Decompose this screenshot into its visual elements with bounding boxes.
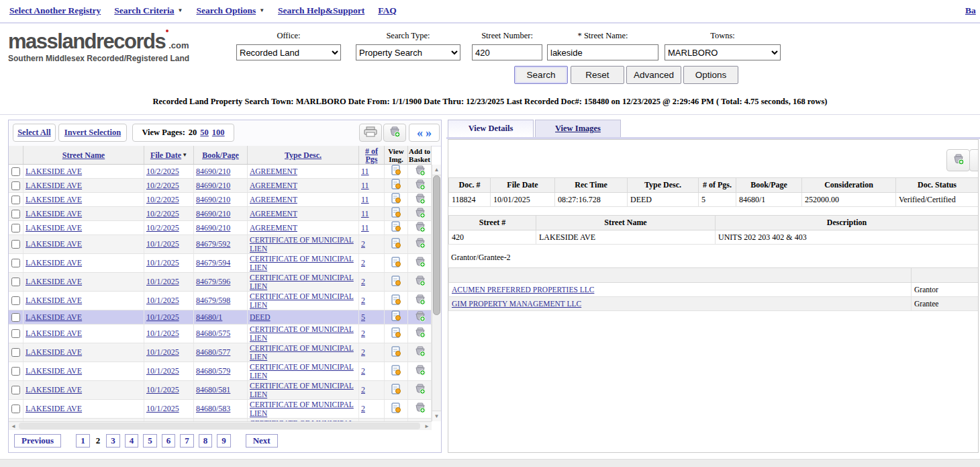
search-button[interactable]: Search: [514, 66, 568, 84]
header-book-page[interactable]: Book/Page: [194, 146, 248, 164]
basket-add-icon[interactable]: [414, 193, 426, 206]
basket-add-icon[interactable]: [414, 345, 426, 359]
horizontal-scrollbar-thumb[interactable]: [19, 423, 420, 429]
vertical-scrollbar-thumb[interactable]: [433, 175, 440, 315]
add-doc-to-basket-button[interactable]: [946, 149, 970, 171]
view-image-icon[interactable]: [391, 275, 401, 289]
basket-add-icon[interactable]: [414, 237, 426, 251]
row-checkbox[interactable]: [11, 348, 20, 357]
basket-add-icon[interactable]: [414, 256, 426, 270]
row-checkbox[interactable]: [11, 329, 20, 338]
row-checkbox[interactable]: [11, 296, 20, 305]
view-image-icon[interactable]: [391, 207, 401, 220]
row-basket-cell: [408, 179, 432, 192]
clipped-toolbar-button[interactable]: [969, 149, 979, 171]
select-all-button[interactable]: Select All: [13, 124, 56, 142]
view-image-icon[interactable]: [391, 346, 401, 359]
view-image-icon[interactable]: [391, 402, 401, 416]
nav-link-search-criteria[interactable]: Search Criteria▼: [114, 5, 183, 16]
options-button[interactable]: Options: [683, 66, 738, 84]
basket-add-icon[interactable]: [414, 327, 426, 341]
view-image-icon[interactable]: [391, 257, 401, 270]
previous-page-button[interactable]: Previous: [14, 434, 61, 448]
page-button-1[interactable]: 1: [76, 434, 90, 448]
row-checkbox[interactable]: [11, 278, 20, 286]
next-page-button[interactable]: Next: [246, 434, 278, 448]
towns-select[interactable]: MARLBORO: [665, 44, 781, 60]
basket-add-icon[interactable]: [414, 165, 426, 178]
basket-add-icon[interactable]: [414, 402, 426, 416]
add-page-to-basket-button[interactable]: [383, 124, 406, 142]
view-image-icon[interactable]: [391, 365, 401, 378]
row-checkbox[interactable]: [11, 224, 20, 232]
horizontal-scrollbar[interactable]: ◄ ►: [9, 421, 432, 430]
basket-add-icon[interactable]: [414, 207, 426, 220]
nav-link-faq[interactable]: FAQ: [378, 5, 397, 16]
page-button-8[interactable]: 8: [199, 434, 213, 448]
view-image-icon[interactable]: [391, 310, 401, 324]
invert-selection-button[interactable]: Invert Selection: [58, 124, 127, 142]
scroll-down-icon[interactable]: ▼: [432, 411, 441, 421]
advanced-button[interactable]: Advanced: [626, 66, 681, 84]
reset-button[interactable]: Reset: [571, 66, 624, 84]
row-checkbox[interactable]: [11, 386, 20, 394]
basket-add-icon[interactable]: [414, 275, 426, 289]
header-type-desc[interactable]: Type Desc.: [248, 146, 359, 164]
tab-view-details[interactable]: View Details: [448, 120, 534, 137]
page-button-9[interactable]: 9: [217, 434, 231, 448]
party-name-link[interactable]: GIM PROPERTY MANAGEMENT LLC: [452, 300, 581, 308]
header-num-pgs[interactable]: # of Pgs: [359, 146, 385, 164]
vertical-scrollbar[interactable]: ▲ ▼: [432, 165, 441, 421]
view-image-icon[interactable]: [391, 221, 401, 235]
view-image-icon[interactable]: [391, 165, 401, 178]
page-button-7[interactable]: 7: [180, 434, 194, 448]
basket-link[interactable]: Ba: [965, 5, 976, 16]
view-image-icon[interactable]: [391, 327, 401, 341]
tab-view-images[interactable]: View Images: [535, 120, 621, 137]
nav-link-search-options[interactable]: Search Options▼: [197, 5, 265, 16]
basket-add-icon[interactable]: [414, 364, 426, 378]
view-image-icon[interactable]: [391, 193, 401, 206]
print-button[interactable]: [359, 124, 382, 142]
basket-add-icon[interactable]: [414, 179, 426, 192]
header-file-date[interactable]: File Date▼: [144, 146, 194, 164]
page-button-6[interactable]: 6: [162, 434, 176, 448]
view-pages-100[interactable]: 100: [212, 128, 225, 138]
row-checkbox[interactable]: [11, 313, 20, 322]
street-number-input[interactable]: [472, 44, 542, 60]
sort-desc-icon: ▼: [182, 151, 187, 159]
street-name-input[interactable]: [547, 44, 658, 60]
fast-next-icon[interactable]: »: [426, 127, 432, 139]
page-button-5[interactable]: 5: [143, 434, 157, 448]
header-street-name[interactable]: Street Name: [23, 146, 144, 164]
scroll-left-icon[interactable]: ◄: [9, 422, 18, 430]
view-image-icon[interactable]: [391, 294, 401, 308]
basket-add-icon[interactable]: [414, 294, 426, 308]
page-button-3[interactable]: 3: [106, 434, 120, 448]
row-checkbox[interactable]: [11, 259, 20, 267]
row-checkbox[interactable]: [11, 167, 20, 176]
view-image-icon[interactable]: [391, 179, 401, 192]
search-type-select[interactable]: Property Search: [356, 44, 460, 60]
scroll-up-icon[interactable]: ▲: [432, 165, 441, 175]
nav-link-select-another-registry[interactable]: Select Another Registry: [9, 5, 101, 16]
row-checkbox[interactable]: [11, 181, 20, 190]
view-pages-50[interactable]: 50: [200, 128, 209, 138]
basket-add-icon[interactable]: [414, 310, 426, 324]
scroll-right-icon[interactable]: ►: [422, 422, 432, 430]
fast-previous-icon[interactable]: «: [417, 127, 423, 139]
row-checkbox[interactable]: [11, 210, 20, 218]
row-checkbox[interactable]: [11, 367, 20, 376]
view-image-icon[interactable]: [391, 238, 401, 251]
row-checkbox[interactable]: [11, 240, 20, 249]
party-name-link[interactable]: ACUMEN PREFERRED PROPERTIES LLC: [452, 286, 594, 294]
row-checkbox[interactable]: [11, 405, 20, 413]
row-type-desc: CERTIFICATE OF MUNICIPAL LIEN: [248, 343, 359, 362]
nav-link-search-help-support[interactable]: Search Help&Support: [278, 5, 364, 16]
basket-add-icon[interactable]: [414, 383, 426, 397]
view-image-icon[interactable]: [391, 384, 401, 397]
row-checkbox[interactable]: [11, 196, 20, 204]
page-button-4[interactable]: 4: [125, 434, 139, 448]
basket-add-icon[interactable]: [414, 221, 426, 235]
office-select[interactable]: Recorded Land: [236, 44, 341, 60]
